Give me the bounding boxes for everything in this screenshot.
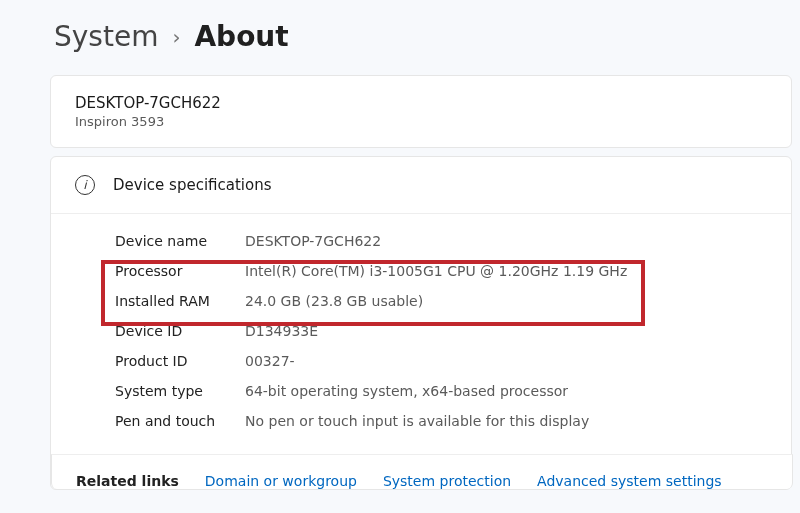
value-processor: Intel(R) Core(TM) i3-1005G1 CPU @ 1.20GH… <box>245 263 627 279</box>
label-processor: Processor <box>115 263 245 279</box>
link-domain-workgroup[interactable]: Domain or workgroup <box>205 473 357 489</box>
row-system-type: System type 64-bit operating system, x64… <box>115 376 767 406</box>
row-device-name: Device name DESKTOP-7GCH622 <box>115 226 767 256</box>
device-specs-card: i Device specifications Device name DESK… <box>50 156 792 490</box>
value-device-name: DESKTOP-7GCH622 <box>245 233 381 249</box>
related-heading: Related links <box>76 473 179 489</box>
chevron-right-icon: › <box>172 25 180 49</box>
about-page: System › About DESKTOP-7GCH622 Inspiron … <box>0 0 800 490</box>
row-device-id: Device ID D134933E <box>115 316 767 346</box>
row-pen-touch: Pen and touch No pen or touch input is a… <box>115 406 767 436</box>
machine-model: Inspiron 3593 <box>75 114 767 129</box>
row-processor: Processor Intel(R) Core(TM) i3-1005G1 CP… <box>115 256 767 286</box>
value-product-id: 00327- <box>245 353 295 369</box>
specs-body: Device name DESKTOP-7GCH622 Processor In… <box>51 214 791 454</box>
machine-card: DESKTOP-7GCH622 Inspiron 3593 <box>50 75 792 148</box>
row-product-id: Product ID 00327- <box>115 346 767 376</box>
value-system-type: 64-bit operating system, x64-based proce… <box>245 383 568 399</box>
label-installed-ram: Installed RAM <box>115 293 245 309</box>
breadcrumb: System › About <box>50 20 800 53</box>
breadcrumb-current: About <box>194 20 288 53</box>
info-icon: i <box>75 175 95 195</box>
related-links: Related links Domain or workgroup System… <box>51 454 793 489</box>
value-device-id: D134933E <box>245 323 318 339</box>
value-installed-ram: 24.0 GB (23.8 GB usable) <box>245 293 423 309</box>
machine-name: DESKTOP-7GCH622 <box>75 94 767 112</box>
breadcrumb-parent[interactable]: System <box>54 20 158 53</box>
label-system-type: System type <box>115 383 245 399</box>
link-advanced-settings[interactable]: Advanced system settings <box>537 473 722 489</box>
specs-header[interactable]: i Device specifications <box>51 157 791 214</box>
label-pen-touch: Pen and touch <box>115 413 245 429</box>
specs-title: Device specifications <box>113 176 271 194</box>
label-device-name: Device name <box>115 233 245 249</box>
row-installed-ram: Installed RAM 24.0 GB (23.8 GB usable) <box>115 286 767 316</box>
value-pen-touch: No pen or touch input is available for t… <box>245 413 589 429</box>
label-device-id: Device ID <box>115 323 245 339</box>
link-system-protection[interactable]: System protection <box>383 473 511 489</box>
label-product-id: Product ID <box>115 353 245 369</box>
